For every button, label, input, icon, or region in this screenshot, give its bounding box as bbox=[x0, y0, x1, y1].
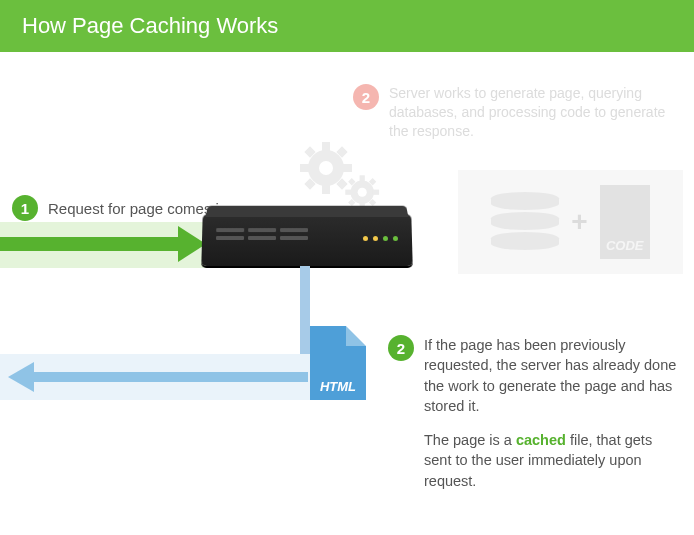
gears-icon bbox=[298, 140, 380, 214]
step-2-p2: The page is a cached file, that gets sen… bbox=[424, 430, 678, 491]
code-box: CODE bbox=[600, 185, 650, 259]
step-2-faded: 2 Server works to generate page, queryin… bbox=[353, 84, 673, 141]
badge-2-faded: 2 bbox=[353, 84, 379, 110]
green-arrow bbox=[0, 237, 180, 251]
svg-point-9 bbox=[319, 161, 333, 175]
badge-1: 1 bbox=[12, 195, 38, 221]
step-2: 2 If the page has been previously reques… bbox=[388, 335, 678, 505]
svg-point-19 bbox=[358, 188, 367, 197]
step-2-p1: If the page has been previously requeste… bbox=[424, 335, 678, 416]
blue-arrow bbox=[32, 372, 308, 382]
plus-icon: + bbox=[571, 206, 587, 238]
badge-2: 2 bbox=[388, 335, 414, 361]
svg-rect-13 bbox=[345, 190, 352, 195]
svg-rect-4 bbox=[342, 164, 352, 172]
database-icon bbox=[491, 192, 559, 252]
svg-rect-1 bbox=[322, 142, 330, 152]
file-label: HTML bbox=[320, 379, 356, 394]
blue-connector bbox=[300, 266, 310, 362]
step-1: 1 Request for page comes in. bbox=[12, 195, 231, 221]
html-file-icon: HTML bbox=[310, 326, 366, 400]
step-1-text: Request for page comes in. bbox=[48, 200, 231, 217]
step-2-faded-text: Server works to generate page, querying … bbox=[389, 84, 673, 141]
header: How Page Caching Works bbox=[0, 0, 694, 52]
svg-rect-3 bbox=[300, 164, 310, 172]
db-code-group: + CODE bbox=[458, 170, 683, 274]
svg-rect-14 bbox=[373, 190, 380, 195]
code-label: CODE bbox=[606, 238, 644, 253]
svg-rect-2 bbox=[322, 184, 330, 194]
server-icon bbox=[201, 214, 412, 266]
cached-word: cached bbox=[516, 432, 566, 448]
svg-rect-11 bbox=[360, 175, 365, 182]
blue-arrow-head bbox=[8, 362, 34, 392]
page-title: How Page Caching Works bbox=[22, 13, 278, 39]
step-2-text: If the page has been previously requeste… bbox=[424, 335, 678, 505]
